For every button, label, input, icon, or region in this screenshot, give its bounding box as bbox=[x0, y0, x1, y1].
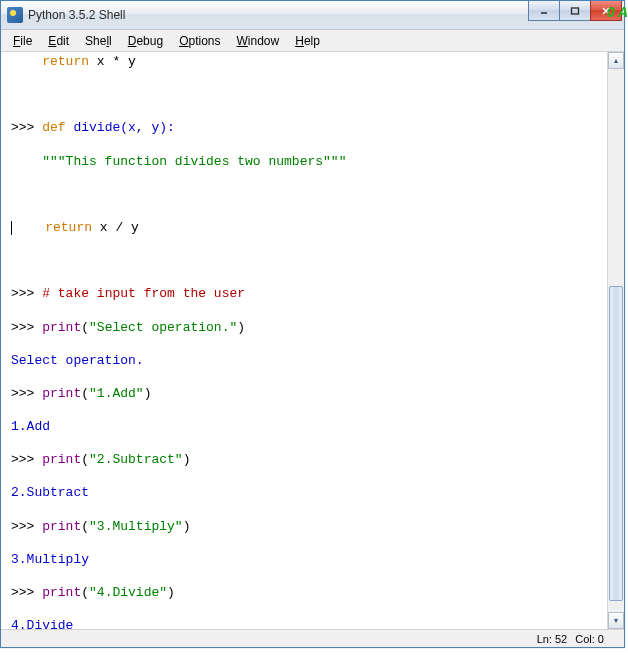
string: "Select operation." bbox=[89, 320, 237, 335]
prompt: >>> bbox=[11, 120, 42, 135]
menu-window[interactable]: Window bbox=[229, 32, 288, 50]
output: 4.Divide bbox=[11, 618, 73, 629]
prompt: >>> bbox=[11, 452, 42, 467]
status-bar: Ln: 52 Col: 0 bbox=[1, 629, 624, 647]
menu-bar: File Edit Shell Debug Options Window Hel… bbox=[1, 30, 624, 52]
watermark-badge: 0 A bbox=[607, 4, 628, 20]
status-line: Ln: 52 bbox=[537, 633, 568, 645]
scroll-track[interactable] bbox=[608, 69, 624, 612]
menu-options[interactable]: Options bbox=[171, 32, 228, 50]
menu-file[interactable]: File bbox=[5, 32, 40, 50]
text-cursor bbox=[11, 221, 12, 235]
menu-shell[interactable]: Shell bbox=[77, 32, 120, 50]
menu-debug[interactable]: Debug bbox=[120, 32, 171, 50]
output: 3.Multiply bbox=[11, 552, 89, 567]
python-shell-window: Python 3.5.2 Shell File Edit Shell Debug… bbox=[0, 0, 625, 648]
svg-rect-1 bbox=[572, 8, 579, 14]
output: Select operation. bbox=[11, 353, 144, 368]
kw-def: def bbox=[42, 120, 65, 135]
output: 2.Subtract bbox=[11, 485, 89, 500]
comment: # take input from the user bbox=[42, 286, 245, 301]
window-title: Python 3.5.2 Shell bbox=[28, 8, 125, 22]
menu-edit[interactable]: Edit bbox=[40, 32, 77, 50]
kw-return: return bbox=[42, 54, 89, 69]
vertical-scrollbar[interactable]: ▴ ▾ bbox=[607, 52, 624, 629]
prompt: >>> bbox=[11, 320, 42, 335]
maximize-button[interactable] bbox=[559, 1, 591, 21]
status-col: Col: 0 bbox=[575, 633, 604, 645]
kw-return: return bbox=[45, 220, 92, 235]
prompt: >>> bbox=[11, 386, 42, 401]
output: 1.Add bbox=[11, 419, 50, 434]
scroll-down-button[interactable]: ▾ bbox=[608, 612, 624, 629]
fn-name: divide(x, y): bbox=[66, 120, 175, 135]
python-icon bbox=[7, 7, 23, 23]
shell-content[interactable]: return x * y >>> def divide(x, y): """Th… bbox=[1, 52, 624, 629]
scroll-thumb[interactable] bbox=[609, 286, 623, 601]
prompt: >>> bbox=[11, 519, 42, 534]
docstring: """This function divides two numbers""" bbox=[11, 154, 346, 169]
title-bar[interactable]: Python 3.5.2 Shell bbox=[1, 1, 624, 30]
builtin-print: print bbox=[42, 320, 81, 335]
prompt: >>> bbox=[11, 585, 42, 600]
menu-help[interactable]: Help bbox=[287, 32, 328, 50]
minimize-button[interactable] bbox=[528, 1, 560, 21]
prompt: >>> bbox=[11, 286, 42, 301]
scroll-up-button[interactable]: ▴ bbox=[608, 52, 624, 69]
